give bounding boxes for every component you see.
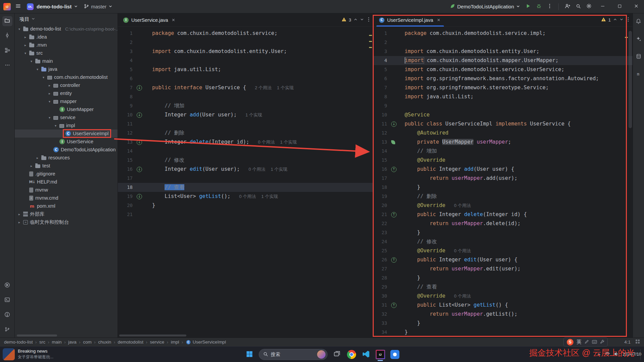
tree-item-mvnw[interactable]: mvnw <box>15 186 118 194</box>
implemented-marker-icon[interactable]: ↓ <box>137 194 142 199</box>
panel-hscrollbar[interactable] <box>17 334 57 337</box>
next-problem-icon[interactable] <box>360 17 364 22</box>
code-line-31[interactable]: 31↑ public List<User> getList() { <box>374 301 633 310</box>
inlay-hint[interactable]: 1 个实现 <box>271 167 287 172</box>
chevron-right-icon[interactable]: ▸ <box>47 84 52 87</box>
code-line-21[interactable]: 21↑ public Integer delete(Integer id) { <box>374 210 633 219</box>
inlay-hint[interactable]: 0 个用法 <box>248 167 265 172</box>
code-line-33[interactable]: 33 } <box>374 319 633 328</box>
inlay-hint[interactable]: 0 个用法 <box>239 194 256 199</box>
code-line-1[interactable]: 1package com.chuxin.demotodolist.service… <box>374 29 633 38</box>
tab-close-icon[interactable] <box>171 17 176 23</box>
chevron-down-icon[interactable]: ▾ <box>47 100 52 103</box>
breadcrumb-item[interactable]: src <box>39 340 45 345</box>
chevron-down-icon[interactable]: ▾ <box>41 75 46 79</box>
tree-item-resources[interactable]: ▸resources <box>15 154 118 162</box>
code-line-3[interactable]: 3import com.chuxin.demotodolist.entity.U… <box>118 47 373 56</box>
editor-vscrollbar[interactable] <box>629 31 632 128</box>
tree-item-service[interactable]: ▾service <box>15 113 118 121</box>
maven-tool-button[interactable]: m <box>634 69 644 79</box>
breadcrumb-item[interactable]: service <box>150 340 165 345</box>
code-line-16[interactable]: 16↓ Integer edit(User user);0 个用法1 个实现 <box>118 165 373 174</box>
tree-item-临时文件和控制台[interactable]: ▸临时文件和控制台 <box>15 218 118 226</box>
tree-item-.mvn[interactable]: ▸.mvn <box>15 41 118 49</box>
project-widget[interactable]: DL demo-todo-list <box>26 2 79 11</box>
keyboard-icon[interactable] <box>592 339 597 345</box>
warning-stripe-mark[interactable] <box>369 47 372 48</box>
code-line-29[interactable]: 29 // 查看 <box>374 282 633 292</box>
inlay-hint[interactable]: 1 个实现 <box>261 194 278 199</box>
code-line-20[interactable]: 20} <box>118 201 373 210</box>
code-line-17[interactable]: 17 <box>118 174 373 183</box>
chevron-right-icon[interactable]: ▸ <box>17 220 22 224</box>
chevron-right-icon[interactable]: ▸ <box>17 212 22 216</box>
project-tool-button[interactable] <box>2 16 12 26</box>
start-button[interactable] <box>244 350 255 360</box>
tree-item-mvnw.cmd[interactable]: mvnw.cmd <box>15 194 118 202</box>
code-line-27[interactable]: 27 return userMapper.edit(user); <box>374 264 633 273</box>
code-line-13[interactable]: 13↓ Integer delete(Integer id);0 个用法1 个实… <box>118 138 373 147</box>
tab-userservice-java[interactable]: UserService.java <box>120 13 180 27</box>
code-area-right[interactable]: 1package com.chuxin.demotodolist.service… <box>374 27 633 338</box>
caret-position[interactable]: 4:1 <box>624 340 631 345</box>
next-problem-icon[interactable] <box>619 17 624 22</box>
breadcrumb-item[interactable]: demotodolist <box>118 340 144 345</box>
chevron-right-icon[interactable]: ▸ <box>35 156 40 160</box>
chevron-right-icon[interactable]: ▸ <box>23 35 28 39</box>
inlay-hint[interactable]: 0 个用法 <box>454 203 471 208</box>
code-line-15[interactable]: 15 // 修改 <box>118 156 373 165</box>
chevron-down-icon[interactable] <box>31 16 35 22</box>
implemented-marker-icon[interactable]: ↓ <box>137 140 142 145</box>
code-line-10[interactable]: 10↓ Integer add(User user);1 个实现 <box>118 110 373 119</box>
editor-hscrollbar[interactable] <box>119 334 186 337</box>
tree-item-pom.xml[interactable]: pom.xml <box>15 202 118 210</box>
code-line-21[interactable]: 21 <box>118 210 373 219</box>
code-line-18[interactable]: 18 // 查看 <box>118 183 373 192</box>
tree-item-HELP.md[interactable]: HELP.md <box>15 178 118 186</box>
chevron-down-icon[interactable]: ▾ <box>53 124 58 127</box>
prev-problem-icon[interactable] <box>354 17 358 22</box>
pen-icon[interactable] <box>585 339 589 345</box>
inlay-hint[interactable]: 0 个用法 <box>258 140 275 145</box>
tree-item-controller[interactable]: ▸controller <box>15 81 118 89</box>
code-area-left[interactable]: 1package com.chuxin.demotodolist.service… <box>118 27 373 338</box>
code-line-5[interactable]: 5import com.chuxin.demotodolist.service.… <box>374 65 633 74</box>
recorder-app-button[interactable] <box>390 350 400 360</box>
code-line-4[interactable]: 4 <box>118 56 373 65</box>
prev-problem-icon[interactable] <box>613 17 617 22</box>
code-line-2[interactable]: 2 <box>118 38 373 47</box>
code-line-13[interactable]: 13 private UserMapper userMapper; <box>374 138 633 147</box>
implemented-marker-icon[interactable]: ↓ <box>391 121 397 127</box>
code-line-12[interactable]: 12 // 删除 <box>118 128 373 138</box>
main-menu-button[interactable] <box>13 2 23 11</box>
more-actions-button[interactable] <box>545 2 554 11</box>
implemented-marker-icon[interactable]: ↓ <box>137 167 142 172</box>
commit-tool-button[interactable] <box>2 31 12 41</box>
run-tool-button[interactable] <box>2 280 12 291</box>
chevron-right-icon[interactable]: ▸ <box>23 43 28 47</box>
inlay-hint[interactable]: 0 个用法 <box>454 294 471 299</box>
wrench-icon[interactable] <box>600 339 604 345</box>
code-line-11[interactable]: 11↓public class UserServiceImpl implemen… <box>374 119 633 128</box>
implemented-marker-icon[interactable]: ↓ <box>137 112 142 118</box>
spring-bean-icon[interactable] <box>391 140 395 144</box>
inlay-hint[interactable]: 1 个实现 <box>245 112 262 117</box>
breadcrumb-item[interactable]: java <box>68 340 77 345</box>
vcs-branch-widget[interactable]: master <box>82 2 114 11</box>
chevron-down-icon[interactable]: ▾ <box>17 27 22 31</box>
overrides-marker-icon[interactable]: ↑ <box>391 257 397 263</box>
code-line-6[interactable]: 6 <box>118 74 373 83</box>
editor-more-icon[interactable] <box>366 17 371 23</box>
code-line-22[interactable]: 22 return userMapper.delete(id); <box>374 219 633 228</box>
editor-more-icon[interactable] <box>626 17 631 23</box>
code-line-7[interactable]: 7import org.springframework.stereotype.S… <box>374 83 633 92</box>
tree-item-.gitignore[interactable]: .gitignore <box>15 170 118 178</box>
tree-item-src[interactable]: ▾src <box>15 49 118 57</box>
tree-item-DemoTodoListApplication[interactable]: DemoTodoListApplication <box>15 146 118 154</box>
task-view-button[interactable] <box>332 350 342 360</box>
code-line-8[interactable]: 8import java.util.List; <box>374 92 633 101</box>
code-line-24[interactable]: 24 // 修改 <box>374 237 633 246</box>
ime-mode-label[interactable]: 英 <box>577 339 582 345</box>
intellij-app-button[interactable]: IJ <box>375 350 385 360</box>
warning-count[interactable]: 1 <box>608 17 611 22</box>
